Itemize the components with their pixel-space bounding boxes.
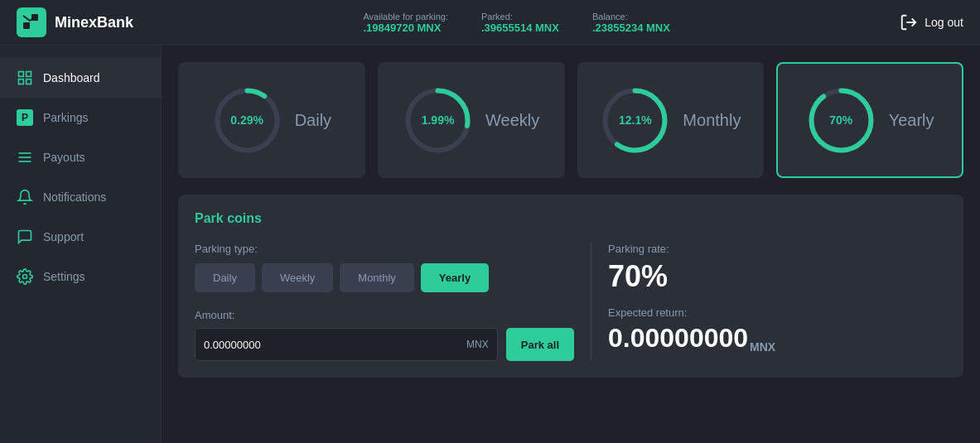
mnx-label: MNX — [466, 339, 489, 350]
balance-value: .23855234 MNX — [592, 22, 670, 34]
sidebar: Dashboard P Parkings Payouts Notificatio… — [0, 46, 162, 443]
expected-return-label: Expected return: — [608, 306, 947, 319]
expected-return-value: 0.00000000MNX — [608, 323, 947, 354]
logo-icon — [17, 7, 46, 37]
circle-weekly: 1.99% — [403, 85, 473, 156]
park-section: Park coins Parking type: Daily Weekly Mo… — [178, 195, 963, 378]
available-value: .19849720 MNX — [363, 22, 448, 34]
sidebar-item-parkings[interactable]: P Parkings — [0, 98, 161, 137]
circle-daily: 0.29% — [212, 85, 282, 156]
amount-input[interactable] — [204, 339, 466, 351]
expected-return-number: 0.00000000 — [608, 323, 748, 353]
rate-cards: 0.29% Daily 1.99% Weekly — [178, 62, 963, 178]
dashboard-icon — [17, 70, 33, 86]
park-title: Park coins — [195, 211, 947, 226]
rate-card-daily[interactable]: 0.29% Daily — [178, 62, 365, 178]
svg-rect-3 — [19, 72, 24, 77]
type-btn-monthly[interactable]: Monthly — [340, 263, 414, 292]
sidebar-item-dashboard[interactable]: Dashboard — [0, 58, 161, 98]
yearly-label: Yearly — [889, 111, 934, 130]
notifications-icon — [17, 189, 33, 205]
parking-type-label: Parking type: — [195, 243, 574, 255]
park-left: Parking type: Daily Weekly Monthly Yearl… — [195, 243, 574, 361]
parked-value: .39655514 MNX — [481, 22, 559, 34]
amount-input-wrap: MNX — [195, 328, 498, 361]
monthly-percent: 12.1% — [619, 113, 652, 127]
yearly-percent: 70% — [829, 113, 852, 127]
available-label: Available for parking: — [363, 12, 448, 22]
expected-return-suffix: MNX — [750, 340, 775, 354]
sidebar-label-support: Support — [43, 230, 84, 243]
sidebar-label-settings: Settings — [43, 270, 85, 283]
stat-parked: Parked: .39655514 MNX — [481, 12, 559, 34]
payouts-icon — [17, 149, 33, 166]
parking-rate-value: 70% — [608, 259, 947, 294]
daily-percent: 0.29% — [230, 113, 263, 127]
sidebar-label-notifications: Notifications — [43, 190, 106, 204]
stat-available: Available for parking: .19849720 MNX — [363, 12, 448, 34]
type-btn-daily[interactable]: Daily — [195, 263, 255, 292]
logout-button[interactable]: Log out — [900, 13, 963, 31]
main-content: 0.29% Daily 1.99% Weekly — [162, 46, 980, 443]
svg-rect-4 — [27, 72, 31, 77]
weekly-label: Weekly — [485, 111, 539, 130]
circle-monthly: 12.1% — [600, 85, 670, 156]
sidebar-item-support[interactable]: Support — [0, 217, 161, 257]
sidebar-item-settings[interactable]: Settings — [0, 257, 161, 296]
logout-label: Log out — [924, 16, 963, 29]
parking-type-buttons: Daily Weekly Monthly Yearly — [195, 263, 574, 292]
amount-label: Amount: — [195, 309, 574, 321]
monthly-label: Monthly — [683, 111, 741, 130]
sidebar-label-parkings: Parkings — [43, 111, 88, 124]
park-all-button[interactable]: Park all — [506, 328, 574, 361]
sidebar-item-notifications[interactable]: Notifications — [0, 177, 161, 217]
stat-balance: Balance: .23855234 MNX — [592, 12, 670, 34]
header-stats: Available for parking: .19849720 MNX Par… — [363, 12, 669, 34]
sidebar-item-payouts[interactable]: Payouts — [0, 137, 161, 177]
svg-rect-5 — [19, 79, 24, 84]
svg-rect-6 — [27, 79, 31, 84]
logo-text: MinexBank — [55, 14, 133, 31]
park-content: Parking type: Daily Weekly Monthly Yearl… — [195, 243, 947, 361]
balance-label: Balance: — [592, 12, 670, 22]
type-btn-yearly[interactable]: Yearly — [421, 263, 489, 292]
rate-card-weekly[interactable]: 1.99% Weekly — [378, 62, 565, 178]
main-layout: Dashboard P Parkings Payouts Notificatio… — [0, 46, 980, 443]
park-right: Parking rate: 70% Expected return: 0.000… — [591, 243, 947, 361]
settings-icon — [17, 268, 33, 285]
logo-area: MinexBank — [17, 7, 133, 37]
parked-label: Parked: — [481, 12, 559, 22]
svg-point-10 — [23, 275, 27, 279]
support-icon — [17, 229, 33, 245]
daily-label: Daily — [295, 111, 331, 130]
parking-rate-label: Parking rate: — [608, 243, 947, 255]
rate-card-monthly[interactable]: 12.1% Monthly — [577, 62, 765, 178]
header: MinexBank Available for parking: .198497… — [0, 0, 980, 46]
sidebar-label-payouts: Payouts — [43, 151, 85, 164]
svg-rect-0 — [23, 22, 30, 29]
logout-icon — [900, 13, 918, 31]
amount-row: MNX Park all — [195, 328, 574, 361]
weekly-percent: 1.99% — [422, 113, 455, 127]
circle-yearly: 70% — [806, 85, 876, 156]
type-btn-weekly[interactable]: Weekly — [262, 263, 333, 292]
sidebar-label-dashboard: Dashboard — [43, 71, 100, 84]
rate-card-yearly[interactable]: 70% Yearly — [776, 62, 963, 178]
parkings-icon: P — [17, 109, 33, 126]
